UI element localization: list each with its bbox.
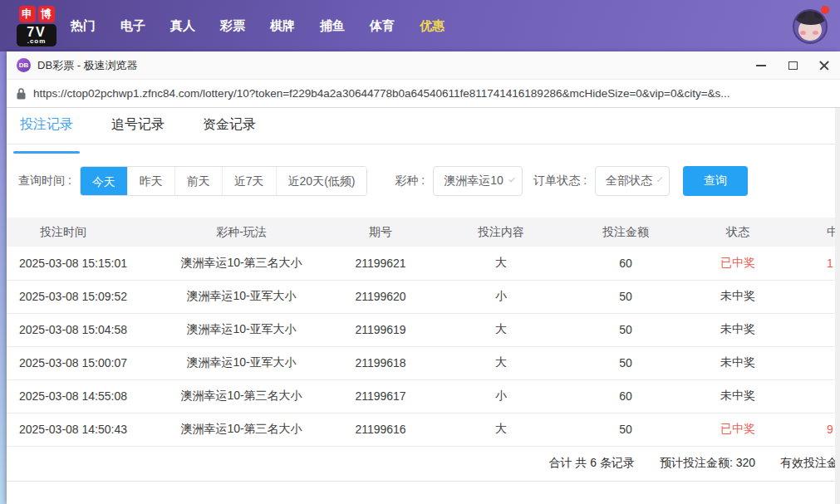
time-option-day-before[interactable]: 前天: [174, 167, 222, 195]
col-header-issue: 期号: [327, 218, 435, 247]
background-page-strip: [0, 51, 7, 504]
avatar-image: [793, 9, 828, 44]
cell-prize: [792, 346, 840, 379]
summary-expected-amount: 预计投注金额: 320: [660, 456, 755, 471]
table-row: 2025-03-08 15:04:58澳洲幸运10-亚军大小21199619大5…: [7, 313, 840, 346]
cell-bet-content: 大: [435, 313, 567, 346]
cell-status: 已中奖: [684, 413, 792, 446]
time-option-today[interactable]: 今天: [81, 167, 127, 195]
table-row: 2025-03-08 14:50:43澳洲幸运10-第三名大小21199616大…: [7, 413, 840, 446]
lottery-select[interactable]: 澳洲幸运10: [433, 166, 523, 196]
logo-domain: .com: [17, 38, 56, 45]
tab-chase-records[interactable]: 追号记录: [110, 116, 166, 144]
maximize-button[interactable]: [777, 51, 808, 79]
col-header-bet-time: 投注时间: [7, 218, 156, 247]
order-status-label: 订单状态 :: [533, 174, 587, 188]
lottery-select-value: 澳洲幸运10: [444, 174, 504, 188]
nav-item-sports[interactable]: 体育: [370, 18, 395, 34]
cell-bet-content: 大: [435, 413, 567, 446]
cell-bet-content: 小: [435, 280, 567, 313]
table-header-row: 投注时间 彩种-玩法 期号 投注内容 投注金额 状态 中奖金额: [7, 218, 840, 247]
cell-game-play: 澳洲幸运10-亚军大小: [156, 313, 327, 346]
logo-badge-left: 申: [19, 6, 36, 22]
vertical-scrollbar[interactable]: [835, 108, 840, 504]
cell-prize: [792, 280, 840, 313]
records-table-wrap: 投注时间 彩种-玩法 期号 投注内容 投注金额 状态 中奖金额 2025-03-…: [7, 218, 840, 447]
cell-bet-time: 2025-03-08 14:55:08: [7, 379, 156, 413]
order-status-select[interactable]: 全部状态: [595, 166, 670, 196]
cell-game-play: 澳洲幸运10-第三名大小: [156, 247, 327, 280]
filter-bar: 查询时间 : 今天 昨天 前天 近7天 近20天(低频) 彩种 : 澳洲幸运10…: [18, 166, 840, 196]
cell-game-play: 澳洲幸运10-第三名大小: [156, 413, 327, 446]
cell-bet-time: 2025-03-08 15:04:58: [7, 313, 156, 346]
main-nav: 热门 电子 真人 彩票 棋牌 捕鱼 体育 优惠: [71, 18, 445, 34]
window-titlebar: DB DB彩票 - 极速浏览器: [7, 51, 840, 79]
window-controls: [745, 51, 840, 79]
cell-bet-amount: 50: [567, 280, 684, 313]
search-button[interactable]: 查询: [683, 166, 748, 196]
window-title: DB彩票 - 极速浏览器: [37, 58, 138, 73]
tab-bet-records[interactable]: 投注记录: [18, 116, 75, 144]
cell-status: 未中奖: [684, 346, 792, 379]
records-table-body: 2025-03-08 15:15:01澳洲幸运10-第三名大小21199621大…: [7, 247, 840, 446]
summary-valid-amount: 有效投注金额:: [780, 456, 840, 471]
nav-item-lottery[interactable]: 彩票: [220, 18, 245, 34]
top-nav-bar: 申 博 7V .com 热门 电子 真人 彩票 棋牌 捕鱼 体育 优惠: [0, 0, 840, 51]
cell-issue: 21199618: [327, 346, 435, 379]
address-bar[interactable]: https://ctop02pchwp1.zfnc84.com/lottery/…: [7, 79, 840, 108]
cell-bet-amount: 60: [567, 247, 684, 280]
browser-window: DB DB彩票 - 极速浏览器 https://ctop02pchwp1.zfn…: [7, 51, 840, 504]
url-text: https://ctop02pchwp1.zfnc84.com/lottery/…: [33, 87, 730, 100]
cell-bet-time: 2025-03-08 14:50:43: [7, 413, 156, 446]
cell-game-play: 澳洲幸运10-第三名大小: [156, 379, 327, 413]
time-option-last-20-days[interactable]: 近20天(低频): [276, 167, 367, 195]
nav-item-promos[interactable]: 优惠: [420, 18, 445, 34]
nav-item-slots[interactable]: 电子: [120, 18, 145, 34]
cell-bet-time: 2025-03-08 15:15:01: [7, 247, 156, 280]
cell-prize: 1: [792, 247, 840, 280]
logo-name: 7V: [17, 26, 56, 38]
table-row: 2025-03-08 14:55:08澳洲幸运10-第三名大小21199617小…: [7, 379, 840, 413]
cell-issue: 21199620: [327, 280, 435, 313]
user-avatar[interactable]: [793, 6, 829, 44]
cell-game-play: 澳洲幸运10-亚军大小: [156, 280, 327, 313]
summary-total: 合计 共 6 条记录: [549, 456, 635, 471]
col-header-game-play: 彩种-玩法: [156, 218, 327, 247]
cell-status: 未中奖: [684, 280, 792, 313]
nav-item-board-games[interactable]: 棋牌: [270, 18, 295, 34]
chevron-down-icon: [657, 176, 662, 181]
lottery-filter-label: 彩种 :: [395, 174, 425, 188]
order-status-value: 全部状态: [606, 174, 652, 188]
cell-prize: 9: [792, 413, 840, 446]
site-favicon: DB: [17, 58, 31, 72]
cell-issue: 21199621: [327, 247, 435, 280]
time-option-last-7-days[interactable]: 近7天: [222, 167, 276, 195]
time-option-yesterday[interactable]: 昨天: [127, 167, 174, 195]
nav-item-fishing[interactable]: 捕鱼: [320, 18, 345, 34]
cell-status: 未中奖: [684, 379, 792, 413]
cell-bet-amount: 60: [567, 379, 684, 413]
time-filter-label: 查询时间 :: [18, 174, 71, 188]
tab-bar: 投注记录 追号记录 资金记录: [7, 108, 840, 144]
maximize-icon: [788, 61, 798, 70]
records-table: 投注时间 彩种-玩法 期号 投注内容 投注金额 状态 中奖金额 2025-03-…: [7, 218, 840, 447]
cell-bet-time: 2025-03-08 15:00:07: [7, 346, 156, 379]
col-header-bet-content: 投注内容: [435, 218, 567, 247]
tab-fund-records[interactable]: 资金记录: [201, 116, 258, 144]
col-header-status: 状态: [684, 218, 792, 247]
logo-badge-right: 博: [38, 6, 55, 22]
cell-status: 已中奖: [684, 247, 792, 280]
notification-dot: [821, 6, 829, 14]
nav-item-hot[interactable]: 热门: [71, 18, 96, 34]
summary-bar: 合计 共 6 条记录 预计投注金额: 320 有效投注金额:: [7, 447, 840, 482]
chevron-down-icon: [508, 175, 515, 182]
close-button[interactable]: [808, 51, 840, 79]
minimize-button[interactable]: [745, 51, 777, 79]
table-row: 2025-03-08 15:00:07澳洲幸运10-亚军大小21199618大5…: [7, 346, 840, 379]
nav-item-live[interactable]: 真人: [170, 18, 195, 34]
cell-bet-content: 大: [435, 346, 567, 379]
cell-bet-amount: 50: [567, 413, 684, 446]
cell-status: 未中奖: [684, 313, 792, 346]
site-logo[interactable]: 申 博 7V .com: [17, 6, 56, 46]
cell-bet-time: 2025-03-08 15:09:52: [7, 280, 156, 313]
